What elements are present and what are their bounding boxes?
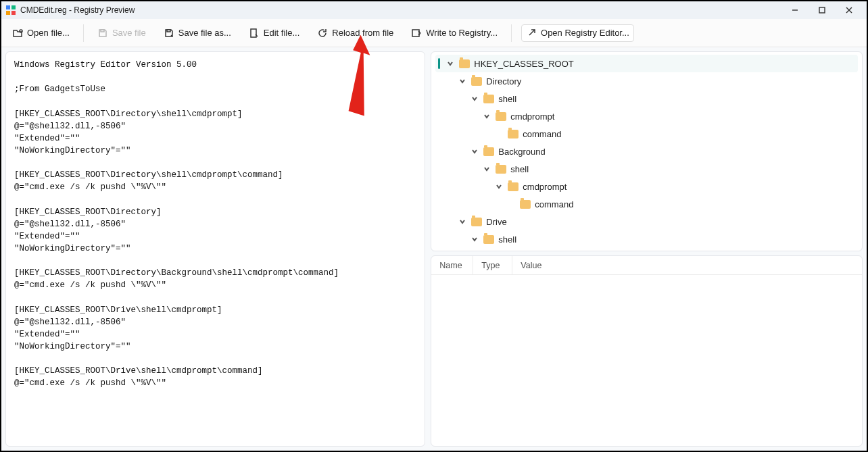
tree-item-command[interactable]: command [435,195,858,213]
svg-point-8 [20,30,22,32]
chevron-down-icon[interactable] [470,94,479,103]
svg-rect-5 [819,7,825,13]
tree-item-label: shell [498,234,516,245]
tree-item-hkey-classes-root[interactable]: HKEY_CLASSES_ROOT [435,55,858,72]
svg-rect-2 [6,11,10,15]
open-registry-editor-label: Open Registry Editor... [541,28,629,38]
open-file-button[interactable]: Open file... [8,25,74,41]
write-icon [411,28,422,39]
edit-icon [249,28,260,39]
folder-icon [483,235,494,244]
tree-item-shell[interactable]: shell [435,230,858,248]
tree-item-cmdprompt[interactable]: cmdprompt [435,178,858,195]
tree-item-label: shell [498,94,516,104]
tree-item-drive[interactable]: Drive [435,213,858,230]
svg-rect-10 [167,30,170,32]
open-registry-editor-button[interactable]: Open Registry Editor... [521,24,634,42]
chevron-down-icon[interactable] [458,76,467,86]
titlebar: CMDEdit.reg - Registry Preview [1,1,867,19]
tree-item-shell[interactable]: shell [435,90,858,107]
chevron-down-icon[interactable] [458,217,467,226]
toolbar-separator [83,24,84,42]
save-as-icon [164,28,174,39]
tree-item-label: Drive [486,217,506,227]
tree-item-label: cmdprompt [510,111,554,122]
tree-item-label: shell [510,164,529,174]
save-file-as-button[interactable]: Save file as... [160,25,235,41]
main-area: Windows Registry Editor Version 5.00 ;Fr… [1,47,867,451]
editor-content: Windows Registry Editor Version 5.00 ;Fr… [14,60,339,388]
svg-rect-0 [6,5,10,9]
tree-pane[interactable]: HKEY_CLASSES_ROOTDirectoryshellcmdprompt… [431,51,863,251]
window-title: CMDEdit.reg - Registry Preview [20,5,781,15]
folder-icon [471,218,482,226]
save-file-button: Save file [93,25,150,41]
tree-item-directory[interactable]: Directory [435,72,858,90]
open-file-label: Open file... [27,28,70,38]
folder-icon [520,200,531,209]
svg-rect-1 [11,5,16,9]
chevron-down-icon[interactable] [445,59,455,68]
toolbar-separator [511,24,512,42]
column-name[interactable]: Name [431,256,473,274]
write-registry-label: Write to Registry... [426,28,498,38]
reload-button[interactable]: Reload from file [313,25,397,41]
save-icon [97,28,108,39]
tree-item-shell[interactable]: shell [435,160,858,178]
write-registry-button[interactable]: Write to Registry... [407,25,502,41]
tree-item-command[interactable]: command [435,125,858,143]
chevron-down-icon[interactable] [494,182,504,191]
toolbar: Open file... Save file Save file as... E… [1,19,867,47]
minimize-button[interactable] [781,1,809,19]
folder-icon [508,130,519,139]
svg-rect-12 [412,30,419,36]
reload-label: Reload from file [332,28,393,38]
edit-file-label: Edit file... [264,28,299,38]
svg-rect-3 [11,11,16,15]
chevron-down-icon[interactable] [482,111,491,121]
chevron-down-icon[interactable] [482,164,491,174]
tree-item-label: Directory [486,76,521,86]
app-icon [5,5,16,16]
folder-icon [496,165,506,174]
folder-icon [508,182,519,191]
column-value[interactable]: Value [512,256,552,274]
tree-item-label: HKEY_CLASSES_ROOT [474,59,573,69]
svg-rect-9 [101,30,104,32]
reload-icon [317,28,328,39]
column-type[interactable]: Type [473,256,512,274]
maximize-button[interactable] [809,1,836,19]
values-header: Name Type Value [431,256,862,275]
edit-file-button[interactable]: Edit file... [245,25,304,41]
open-external-icon [526,28,537,39]
tree-item-cmdprompt[interactable]: cmdprompt [435,107,858,125]
open-file-icon [12,28,23,39]
tree-item-label: Background [498,147,545,157]
chevron-down-icon[interactable] [470,147,479,156]
folder-icon [459,59,470,68]
folder-icon [483,147,494,156]
right-column: HKEY_CLASSES_ROOTDirectoryshellcmdprompt… [431,51,863,447]
folder-icon [483,95,494,103]
tree-item-label: command [523,129,561,139]
save-file-as-label: Save file as... [178,28,231,38]
tree-item-label: command [535,199,573,209]
folder-icon [471,77,482,86]
folder-icon [496,112,506,121]
tree-item-label: cmdprompt [523,182,566,192]
editor-pane[interactable]: Windows Registry Editor Version 5.00 ;Fr… [5,51,425,447]
tree-item-background[interactable]: Background [435,143,858,160]
values-pane: Name Type Value [431,255,863,447]
save-file-label: Save file [112,28,146,38]
chevron-down-icon[interactable] [470,234,479,244]
close-button[interactable] [836,1,863,19]
svg-rect-11 [251,29,256,37]
window-controls [781,1,863,19]
